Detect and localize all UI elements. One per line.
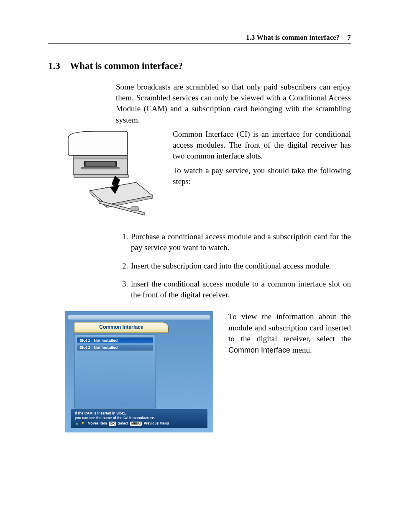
section-number: 1.3: [48, 61, 60, 71]
step-item: Insert the subscription card into the co…: [130, 261, 351, 271]
section-heading: 1.3 What is common interface?: [48, 61, 351, 72]
ci-slot-panel: Slot 1 : Not Installed Slot 2 : Not Inst…: [74, 335, 156, 408]
running-head: 1.3 What is common interface? 7: [48, 33, 351, 44]
steps-list: Purchase a conditional access module and…: [116, 231, 351, 300]
svg-rect-4: [82, 167, 119, 169]
ci-slot-2[interactable]: Slot 2 : Not Installed: [77, 345, 153, 350]
view-info-paragraph: To view the information about the module…: [228, 311, 351, 356]
ci-menu-screenshot: Common Interface Slot 1 : Not Installed …: [65, 311, 213, 432]
nav-moves: Moves Item: [87, 421, 107, 425]
svg-rect-1: [73, 156, 128, 159]
view-info-pre: To view the information about the module…: [228, 312, 351, 343]
device-illustration: [65, 129, 161, 219]
arrow-up-icon: ▲: [75, 421, 79, 426]
menu-name: Common Interface: [228, 346, 290, 354]
page-number: 7: [348, 33, 351, 41]
intro-paragraph: Some broadcasts are scrambled so that on…: [116, 82, 351, 125]
nav-select: Select: [118, 421, 128, 425]
view-info-post: menu.: [290, 345, 312, 354]
svg-rect-3: [86, 162, 115, 166]
ci-title-tab: Common Interface: [74, 322, 169, 333]
running-head-title: 1.3 What is common interface?: [246, 33, 340, 41]
menu-pill: MENU: [130, 422, 142, 425]
arrow-down-icon: ▼: [81, 421, 85, 426]
ok-pill: OK: [109, 422, 116, 425]
ci-help-line1: If the CAM is inserted in Slot1,: [75, 411, 203, 416]
steps-lead: To watch a pay service, you should take …: [173, 165, 351, 187]
ci-nav-hints: ▲▼ Moves Item OK Select MENU Previous Me…: [75, 421, 203, 426]
svg-rect-5: [74, 175, 128, 177]
nav-prev: Previous Menu: [144, 421, 169, 425]
step-item: Purchase a conditional access module and…: [130, 231, 351, 253]
ci-help-line2: you can see the name of the CAM manufact…: [75, 416, 203, 420]
ci-slot-1[interactable]: Slot 1 : Not Installed: [77, 338, 153, 343]
ci-help-bar: If the CAM is inserted in Slot1, you can…: [71, 409, 207, 428]
ci-description: Common Interface (CI) is an interface fo…: [173, 129, 351, 162]
section-title: What is common interface?: [70, 61, 183, 71]
ci-topbar: [68, 315, 210, 320]
intro-text: Some broadcasts are scrambled so that on…: [116, 82, 351, 125]
svg-rect-11: [131, 207, 138, 211]
step-item: insert the conditional access module to …: [130, 279, 351, 300]
